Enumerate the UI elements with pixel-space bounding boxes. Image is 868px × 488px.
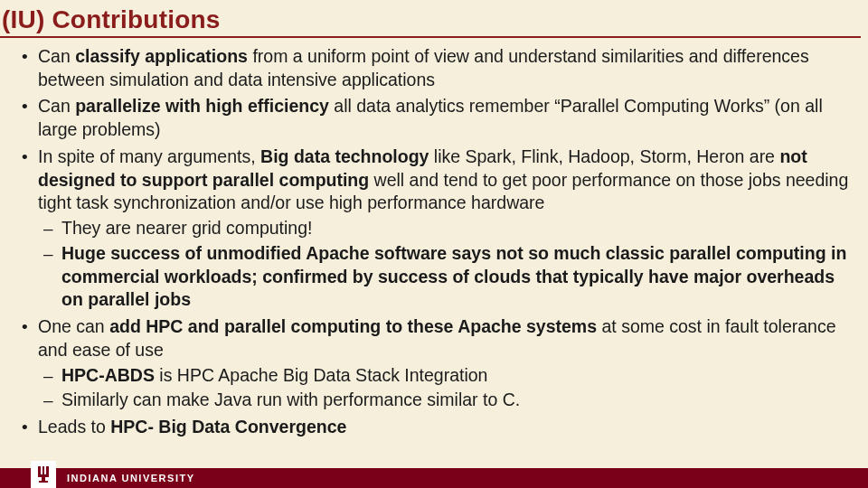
text-run: Similarly can make Java run with perform… bbox=[61, 389, 520, 409]
text-run: add HPC and parallel computing to these … bbox=[109, 316, 601, 336]
brand-footer: INDIANA UNIVERSITY bbox=[0, 468, 868, 488]
text-run: like Spark, Flink, Hadoop, Storm, Heron … bbox=[434, 146, 780, 166]
text-run: In spite of many arguments, bbox=[38, 146, 260, 166]
text-run: One can bbox=[38, 316, 109, 336]
text-run: classify applications bbox=[75, 46, 252, 66]
slide-title: (IU) Contributions bbox=[0, 0, 861, 38]
list-item: Huge success of unmodified Apache softwa… bbox=[38, 242, 852, 312]
list-item: Leads to HPC- Big Data Convergence bbox=[16, 416, 852, 439]
list-item: Can classify applications from a uniform… bbox=[16, 45, 852, 91]
text-run: Can bbox=[38, 46, 75, 66]
bullet-list: Can classify applications from a uniform… bbox=[16, 45, 852, 439]
list-item: In spite of many arguments, Big data tec… bbox=[16, 145, 852, 312]
list-item: They are nearer grid computing! bbox=[38, 217, 852, 240]
sub-bullet-list: They are nearer grid computing!Huge succ… bbox=[38, 217, 852, 312]
list-item: Similarly can make Java run with perform… bbox=[38, 389, 852, 412]
trident-icon bbox=[35, 465, 52, 484]
text-run: They are nearer grid computing! bbox=[61, 218, 312, 238]
text-run: Leads to bbox=[38, 417, 110, 436]
list-item: One can add HPC and parallel computing t… bbox=[16, 315, 852, 412]
text-run: HPC-ABDS bbox=[61, 365, 159, 385]
text-run: Can bbox=[38, 96, 75, 116]
text-run: parallelize with high efficiency bbox=[75, 96, 334, 116]
sub-bullet-list: HPC-ABDS is HPC Apache Big Data Stack In… bbox=[38, 364, 852, 412]
slide-body: Can classify applications from a uniform… bbox=[0, 42, 868, 439]
list-item: Can parallelize with high efficiency all… bbox=[16, 95, 852, 141]
text-run: Big data technology bbox=[260, 146, 434, 166]
text-run: Huge success of unmodified Apache softwa… bbox=[61, 243, 846, 309]
list-item: HPC-ABDS is HPC Apache Big Data Stack In… bbox=[38, 364, 852, 388]
footer-org: INDIANA UNIVERSITY bbox=[67, 473, 195, 483]
iu-logo bbox=[31, 461, 56, 488]
text-run: is HPC Apache Big Data Stack Integration bbox=[159, 365, 487, 385]
text-run: HPC- Big Data Convergence bbox=[110, 417, 346, 436]
